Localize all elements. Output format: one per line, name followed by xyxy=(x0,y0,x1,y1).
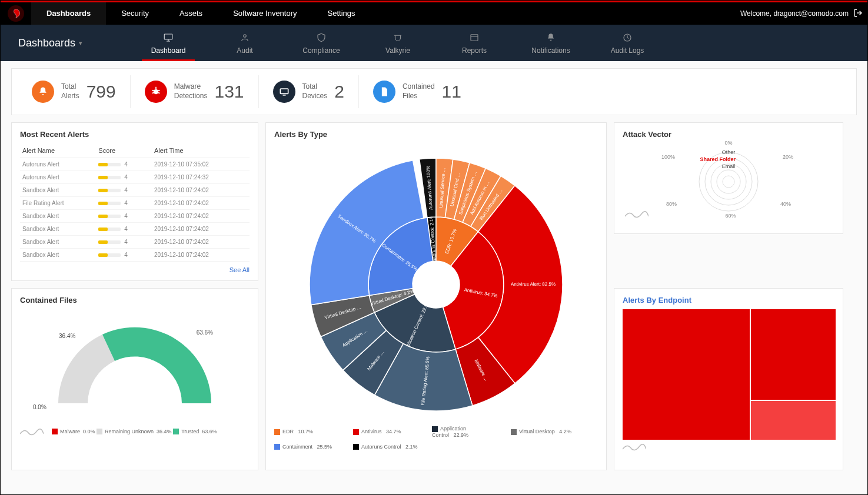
card-title[interactable]: Alerts By Endpoint xyxy=(623,296,834,305)
logs-icon xyxy=(621,31,633,44)
svg-point-4 xyxy=(244,35,247,38)
subnav-item-dashboard[interactable]: Dashboard xyxy=(130,25,207,61)
topnav-tab-security[interactable]: Security xyxy=(106,2,164,25)
legend-item: Application Control 22.9% xyxy=(432,426,503,438)
gauge-tick: 36.4% xyxy=(59,333,75,339)
subnav-item-valkyrie[interactable]: Valkyrie xyxy=(360,25,436,61)
stat-total-alerts: TotalAlerts 799 xyxy=(18,75,131,108)
treemap-cell[interactable] xyxy=(751,309,836,400)
legend-item: Autoruns Control 2.1% xyxy=(353,444,424,450)
audit-icon xyxy=(239,31,251,44)
card-title: Contained Files xyxy=(20,296,250,305)
stat-contained-files: ContainedFiles 11 xyxy=(359,75,475,108)
reports-icon xyxy=(468,31,480,44)
topnav-tab-settings[interactable]: Settings xyxy=(312,2,371,25)
welcome-text: Welcome, dragonct@comodo.com xyxy=(740,9,853,18)
axis-label: 60% xyxy=(726,213,736,219)
logout-icon[interactable] xyxy=(853,8,867,19)
stat-label: Devices xyxy=(302,92,328,101)
svg-point-38 xyxy=(711,164,746,199)
table-row[interactable]: Sandbox Alert42019-12-10 07:24:02 xyxy=(20,210,250,223)
recent-alerts-table: Alert Name Score Alert Time Autoruns Ale… xyxy=(20,143,250,262)
subnav-item-audit[interactable]: Audit xyxy=(207,25,283,61)
alerts-by-type-legend: EDR 10.7%Antivirus 34.7%Application Cont… xyxy=(274,426,598,450)
stat-total-devices: TotalDevices 2 xyxy=(259,75,359,108)
stats-row: TotalAlerts 799 MalwareDetections 131 To… xyxy=(11,68,857,115)
subnav-item-compliance[interactable]: Compliance xyxy=(283,25,360,61)
gauge-tick: 63.6% xyxy=(197,329,213,336)
contained-files-legend: Malware 0.0% Remaining Unknown 36.4% Tru… xyxy=(20,427,250,436)
subnav-label: Notifications xyxy=(531,46,570,55)
monitor-icon xyxy=(162,31,174,44)
treemap-cell[interactable] xyxy=(751,401,836,440)
stat-value: 131 xyxy=(214,82,244,102)
treemap-chart[interactable] xyxy=(623,309,834,439)
subnav-item-notifications[interactable]: Notifications xyxy=(513,25,589,61)
svg-line-11 xyxy=(158,91,159,91)
col-header[interactable]: Alert Name xyxy=(20,143,96,158)
treemap-cell[interactable] xyxy=(623,309,750,440)
stat-label: Total xyxy=(61,82,79,92)
axis-label: 40% xyxy=(780,201,791,207)
svg-text:Antivirus Alert: 82.5%: Antivirus Alert: 82.5% xyxy=(511,282,556,287)
table-row[interactable]: Sandbox Alert42019-12-10 07:24:02 xyxy=(20,223,250,236)
subnav-label: Audit Logs xyxy=(611,46,644,55)
section-dropdown[interactable]: Dashboards ▾ xyxy=(1,37,130,49)
stat-label: Total xyxy=(302,82,328,92)
stat-value: 2 xyxy=(334,82,344,102)
table-row[interactable]: Sandbox Alert42019-12-10 07:24:02 xyxy=(20,236,250,249)
top-nav: Dashboards Security Assets Software Inve… xyxy=(1,2,867,25)
alert-icon xyxy=(32,81,54,103)
stat-label: Detections xyxy=(174,92,208,101)
card-title: Alerts By Type xyxy=(274,130,598,139)
shield-icon xyxy=(315,31,327,44)
svg-point-39 xyxy=(717,170,740,193)
app-logo-icon xyxy=(8,5,24,22)
stat-label: Files xyxy=(403,92,435,101)
radar-chart[interactable]: 0% 20% 40% 60% 80% 100% Other Shared Fol… xyxy=(623,143,834,220)
bug-icon xyxy=(145,81,167,103)
stat-value: 799 xyxy=(87,82,116,102)
stat-label: Malware xyxy=(174,82,208,92)
topnav-tab-assets[interactable]: Assets xyxy=(164,2,218,25)
category-label: Email xyxy=(722,163,736,169)
subnav-label: Reports xyxy=(462,46,487,55)
subnav-item-reports[interactable]: Reports xyxy=(436,25,513,61)
card-title: Most Recent Alerts xyxy=(20,130,250,139)
content-area: TotalAlerts 799 MalwareDetections 131 To… xyxy=(1,61,867,495)
bell-icon xyxy=(545,31,557,44)
sunburst-chart[interactable]: Autoruns Control: 2.1%Autoruns Alert: 10… xyxy=(274,143,598,426)
topnav-tab-software-inventory[interactable]: Software Inventory xyxy=(218,2,312,25)
table-row[interactable]: Autoruns Alert42019-12-10 07:24:32 xyxy=(20,171,250,184)
table-row[interactable]: File Rating Alert42019-12-10 07:24:02 xyxy=(20,197,250,210)
svg-rect-1 xyxy=(164,34,172,39)
file-icon xyxy=(373,81,395,103)
sub-nav: Dashboards ▾ Dashboard Audit Compliance … xyxy=(1,25,867,61)
svg-line-10 xyxy=(152,91,154,91)
table-row[interactable]: Autoruns Alert42019-12-10 07:35:02 xyxy=(20,158,250,171)
topnav-tab-dashboards[interactable]: Dashboards xyxy=(31,2,106,25)
stat-malware-detections: MalwareDetections 131 xyxy=(131,75,259,108)
svg-line-12 xyxy=(152,93,154,93)
col-header[interactable]: Alert Time xyxy=(152,143,250,158)
stat-label: Alerts xyxy=(61,92,79,101)
gauge-chart[interactable]: 0.0% 36.4% 63.6% xyxy=(20,309,250,427)
table-row[interactable]: Sandbox Alert42019-12-10 07:24:02 xyxy=(20,249,250,262)
valkyrie-icon xyxy=(392,31,404,44)
svg-point-8 xyxy=(154,89,158,94)
legend-item: Containment 25.5% xyxy=(274,444,345,450)
col-header[interactable]: Score xyxy=(96,143,152,158)
card-alerts-by-type: Alerts By Type Autoruns Control: 2.1%Aut… xyxy=(265,122,607,470)
subnav-label: Dashboard xyxy=(151,46,186,55)
stat-value: 11 xyxy=(442,82,461,102)
card-title: Attack Vector xyxy=(623,130,834,139)
subnav-item-audit-logs[interactable]: Audit Logs xyxy=(589,25,666,61)
subnav-label: Audit xyxy=(237,46,252,55)
legend-item: Virtual Desktop 4.2% xyxy=(511,429,581,435)
section-label: Dashboards xyxy=(18,37,75,49)
axis-label: 20% xyxy=(783,154,793,160)
see-all-link[interactable]: See All xyxy=(20,262,250,273)
legend-item: Remaining Unknown 36.4% xyxy=(97,429,172,434)
gauge-tick: 0.0% xyxy=(33,404,46,410)
table-row[interactable]: Sandbox Alert42019-12-10 07:24:02 xyxy=(20,184,250,197)
